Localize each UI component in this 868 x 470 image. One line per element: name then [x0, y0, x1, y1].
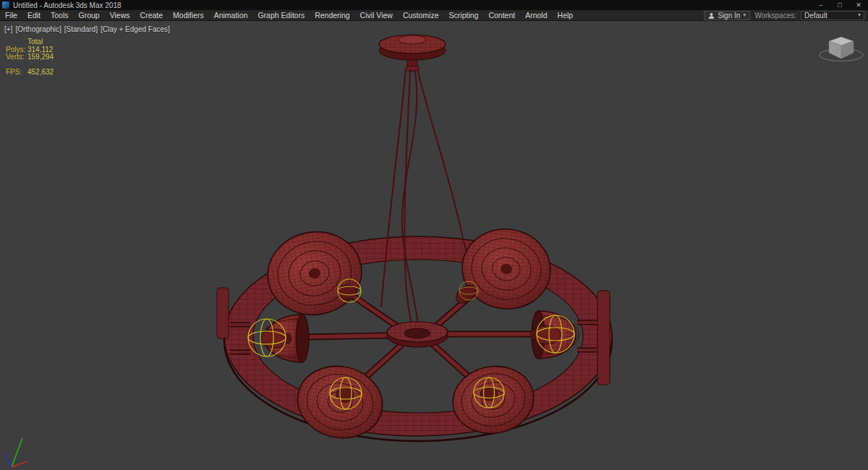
stats-fps-label: FPS: — [6, 69, 25, 77]
menu-item-create[interactable]: Create — [135, 10, 169, 21]
stats-fps-value: 452,632 — [27, 69, 54, 77]
menubar-right-controls: Sign In ▾ Workspaces: Default ▾ — [704, 11, 868, 20]
user-icon — [708, 12, 715, 19]
viewport-label: [+] [Orthographic] [Standard] [Clay + Ed… — [4, 25, 170, 33]
axis-tripod — [4, 438, 27, 467]
workspaces-dropdown[interactable]: Default ▾ — [801, 11, 864, 20]
stats-verts-label: Verts: — [6, 54, 25, 61]
stats-verts-value: 159,294 — [27, 54, 54, 61]
menu-item-tools[interactable]: Tools — [46, 10, 74, 21]
menu-item-modifiers[interactable]: Modifiers — [168, 10, 209, 21]
ceiling-mount[interactable] — [379, 35, 446, 72]
viewport-menu-pov[interactable]: [Orthographic] — [15, 25, 61, 33]
lamp-shade-upper-right[interactable] — [453, 223, 556, 315]
viewport-menu-shading[interactable]: [Clay + Edged Faces] — [101, 25, 170, 33]
viewport-canvas[interactable] — [0, 21, 868, 470]
stats-total-label: Total — [27, 38, 54, 46]
viewport-statistics: Total Polys: 314,112 Verts: 159,294 FPS:… — [6, 38, 54, 76]
menu-item-rendering[interactable]: Rendering — [310, 10, 354, 21]
menu-item-graph-editors[interactable]: Graph Editors — [252, 10, 310, 21]
ring-bracket-right[interactable] — [597, 291, 610, 385]
menu-item-edit[interactable]: Edit — [22, 10, 46, 21]
app-icon — [2, 1, 9, 9]
menu-item-animation[interactable]: Animation — [209, 10, 253, 21]
close-button[interactable]: ✕ — [849, 0, 868, 10]
menu-item-views[interactable]: Views — [105, 10, 135, 21]
minimize-button[interactable]: – — [812, 0, 830, 10]
workspaces-caret-icon: ▾ — [858, 12, 861, 18]
menu-item-arnold[interactable]: Arnold — [520, 10, 552, 21]
menu-item-group[interactable]: Group — [74, 10, 105, 21]
viewport-menu-standard[interactable]: [Standard] — [64, 25, 98, 33]
menu-item-help[interactable]: Help — [553, 10, 579, 21]
menu-item-file[interactable]: File — [0, 10, 22, 21]
window-controls: – □ ✕ — [812, 0, 868, 10]
viewport-menu-general[interactable]: [+] — [4, 25, 12, 33]
ring-bracket-left[interactable] — [217, 288, 229, 338]
axis-y-green — [12, 438, 22, 467]
lamp-shade-upper-left[interactable] — [261, 225, 368, 322]
sign-in-caret-icon: ▾ — [743, 12, 746, 18]
window-title: Untitled - Autodesk 3ds Max 2018 — [13, 1, 122, 9]
sign-in-label: Sign In — [718, 12, 740, 20]
viewcube[interactable] — [820, 37, 863, 61]
axis-z-blue — [4, 453, 12, 467]
menu-bar: File Edit Tools Group Views Create Modif… — [0, 10, 868, 21]
workspaces-label: Workspaces: — [754, 12, 796, 20]
menu-item-content[interactable]: Content — [483, 10, 520, 21]
viewport[interactable]: [+] [Orthographic] [Standard] [Clay + Ed… — [0, 21, 868, 470]
suspension-cables[interactable] — [381, 69, 469, 327]
workspaces-value: Default — [804, 12, 827, 20]
menu-item-customize[interactable]: Customize — [398, 10, 444, 21]
menu-item-scripting[interactable]: Scripting — [444, 10, 484, 21]
title-bar: Untitled - Autodesk 3ds Max 2018 – □ ✕ — [0, 0, 868, 10]
sign-in-button[interactable]: Sign In ▾ — [704, 11, 750, 20]
menu-item-civil-view[interactable]: Civil View — [355, 10, 398, 21]
maximize-button[interactable]: □ — [830, 0, 849, 10]
